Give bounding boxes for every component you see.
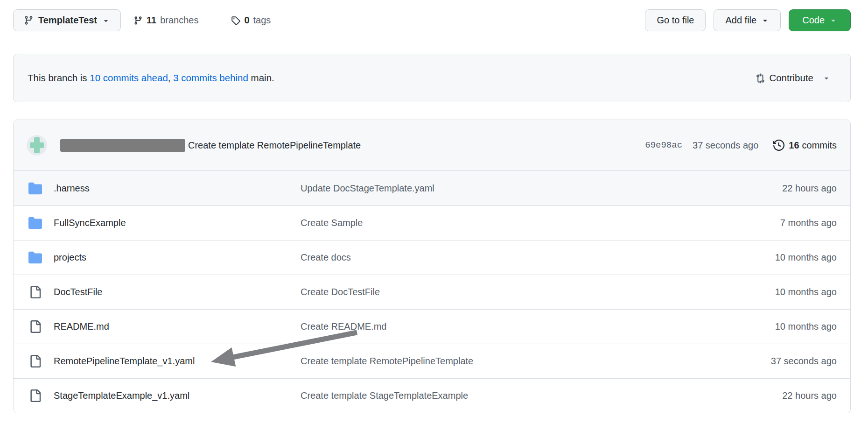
file-commit-message-link[interactable]: Create README.md — [301, 321, 775, 332]
commit-hash-link[interactable]: 69e98ac — [645, 140, 682, 150]
tags-link[interactable]: 0 tags — [231, 15, 271, 26]
go-to-file-button[interactable]: Go to file — [645, 9, 706, 31]
latest-commit-header: Create template RemotePipelineTemplate 6… — [14, 120, 850, 171]
latest-commit-message-link[interactable]: Create template RemotePipelineTemplate — [188, 140, 361, 151]
banner-prefix: This branch is — [28, 72, 90, 83]
folder-icon — [28, 251, 42, 264]
banner-suffix: main. — [248, 72, 274, 83]
branch-status-banner: This branch is 10 commits ahead, 3 commi… — [13, 54, 851, 102]
git-branch-icon — [24, 15, 34, 25]
chevron-down-icon — [829, 16, 837, 24]
repo-code-page: TemplateTest 11 branches 0 tags Go to fi… — [13, 9, 851, 413]
file-type-icon-box — [28, 389, 42, 402]
toolbar-actions: Go to file Add file Code — [645, 9, 851, 31]
file-commit-time: 22 hours ago — [782, 183, 837, 194]
commits-count: 16 — [789, 140, 799, 151]
file-type-icon-box — [28, 355, 42, 367]
git-compare-icon — [755, 73, 765, 84]
branches-label: branches — [160, 15, 198, 26]
commit-history-link[interactable]: 16 commits — [773, 140, 837, 151]
branches-link[interactable]: 11 branches — [133, 15, 198, 26]
file-icon — [29, 320, 42, 333]
file-commit-message-link[interactable]: Create Sample — [301, 218, 780, 228]
commit-time: 37 seconds ago — [693, 140, 758, 151]
tags-label: tags — [253, 15, 271, 26]
file-commit-time: 37 seconds ago — [771, 356, 837, 367]
file-row[interactable]: projects Create docs 10 months ago — [14, 240, 850, 275]
repo-toolbar: TemplateTest 11 branches 0 tags Go to fi… — [13, 9, 851, 31]
go-to-file-label: Go to file — [657, 15, 694, 26]
chevron-down-icon — [822, 74, 831, 82]
code-button[interactable]: Code — [789, 9, 851, 31]
file-row[interactable]: .harness Update DocStageTemplate.yaml 22… — [14, 171, 850, 205]
file-type-icon-box — [28, 216, 42, 230]
latest-commit-meta: 69e98ac 37 seconds ago 16 commits — [645, 140, 837, 151]
file-commit-message-link[interactable]: Create template RemotePipelineTemplate — [301, 356, 771, 367]
file-commit-time: 10 months ago — [775, 287, 837, 297]
tags-count: 0 — [244, 15, 249, 26]
file-listing-box: Create template RemotePipelineTemplate 6… — [13, 120, 851, 413]
branch-selector-label: TemplateTest — [38, 15, 97, 26]
file-type-icon-box — [28, 251, 42, 264]
file-commit-message-link[interactable]: Update DocStageTemplate.yaml — [301, 183, 782, 194]
file-row[interactable]: StageTemplateExample_v1.yaml Create temp… — [14, 378, 850, 413]
contribute-label: Contribute — [769, 72, 813, 84]
file-name-link[interactable]: projects — [54, 252, 301, 263]
redacted-author-name — [60, 139, 185, 152]
file-commit-time: 10 months ago — [775, 321, 837, 332]
file-name-link[interactable]: RemotePipelineTemplate_v1.yaml — [54, 356, 301, 367]
add-file-label: Add file — [725, 15, 756, 26]
file-row[interactable]: FullSyncExample Create Sample 7 months a… — [14, 205, 850, 240]
file-name-link[interactable]: StageTemplateExample_v1.yaml — [54, 390, 301, 401]
file-icon — [29, 355, 42, 367]
chevron-down-icon — [761, 16, 769, 24]
history-clock-icon — [773, 140, 784, 151]
folder-icon — [28, 182, 42, 195]
commits-behind-link[interactable]: 3 commits behind — [173, 72, 248, 83]
file-row[interactable]: README.md Create README.md 10 months ago — [14, 309, 850, 344]
file-icon — [29, 286, 42, 298]
file-name-link[interactable]: README.md — [54, 321, 301, 332]
code-button-label: Code — [802, 15, 825, 26]
file-row[interactable]: DocTestFile Create DocTestFile 10 months… — [14, 275, 850, 309]
contribute-button[interactable]: Contribute — [755, 72, 831, 84]
branch-status-text: This branch is 10 commits ahead, 3 commi… — [28, 72, 274, 84]
file-list: .harness Update DocStageTemplate.yaml 22… — [14, 171, 850, 413]
file-commit-message-link[interactable]: Create DocTestFile — [301, 287, 775, 297]
banner-separator: , — [168, 72, 173, 83]
file-row[interactable]: RemotePipelineTemplate_v1.yaml Create te… — [14, 344, 850, 378]
author-avatar[interactable] — [27, 135, 47, 155]
file-commit-time: 7 months ago — [780, 218, 837, 228]
git-branch-icon — [133, 16, 143, 25]
file-commit-message-link[interactable]: Create docs — [301, 252, 775, 263]
file-type-icon-box — [28, 286, 42, 298]
tag-icon — [231, 16, 240, 25]
add-file-button[interactable]: Add file — [714, 9, 781, 31]
branches-count: 11 — [147, 15, 156, 26]
file-name-link[interactable]: .harness — [54, 183, 301, 194]
commits-label: commits — [802, 140, 837, 151]
file-commit-time: 22 hours ago — [782, 390, 837, 401]
file-type-icon-box — [28, 182, 42, 195]
commits-ahead-link[interactable]: 10 commits ahead — [90, 72, 168, 83]
file-commit-time: 10 months ago — [775, 252, 837, 263]
file-icon — [29, 389, 42, 402]
branch-selector-button[interactable]: TemplateTest — [13, 9, 121, 31]
chevron-down-icon — [102, 16, 110, 25]
folder-icon — [28, 216, 42, 230]
file-type-icon-box — [28, 320, 42, 333]
file-name-link[interactable]: FullSyncExample — [54, 218, 301, 228]
file-commit-message-link[interactable]: Create template StageTemplateExample — [301, 390, 782, 401]
file-name-link[interactable]: DocTestFile — [54, 287, 301, 297]
